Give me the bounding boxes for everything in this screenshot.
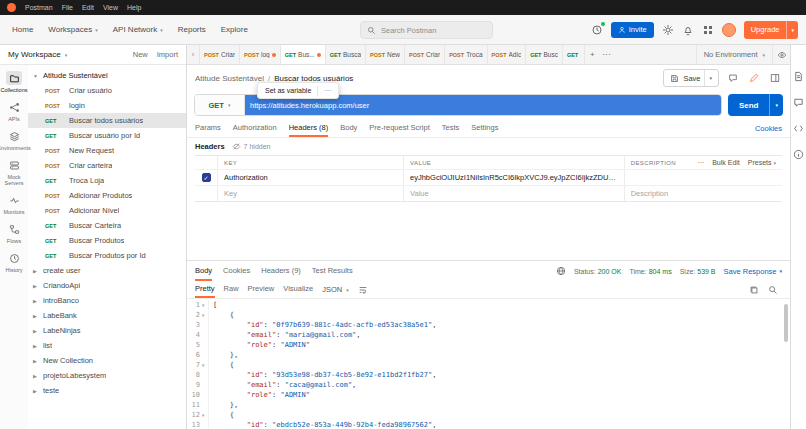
network-icon[interactable] xyxy=(556,266,566,276)
edit-pencil-icon[interactable] xyxy=(747,71,761,85)
request-item-adicionar-produtos[interactable]: POSTAdicionar Produtos xyxy=(28,188,186,203)
view-tab-preview[interactable]: Preview xyxy=(248,281,275,298)
chevron-right-icon[interactable]: ▶ xyxy=(33,358,39,364)
view-tab-raw[interactable]: Raw xyxy=(224,281,239,298)
open-tab-get-busca[interactable]: GETBusca xyxy=(326,45,366,64)
menu-edit[interactable]: Edit xyxy=(82,4,94,11)
chevron-right-icon[interactable]: ▶ xyxy=(33,343,39,349)
response-tab-headers-9[interactable]: Headers (9) xyxy=(261,261,301,281)
request-tab-headers-8[interactable]: Headers (8) xyxy=(289,119,329,137)
nav-workspaces[interactable]: Workspaces▾ xyxy=(48,25,97,34)
open-tab-post-new[interactable]: POSTNew xyxy=(366,45,405,64)
response-json-code[interactable]: [ { "id": "0f97b639-881c-4adc-acfb-ed53a… xyxy=(209,300,790,429)
global-search-input[interactable]: Search Postman xyxy=(360,21,493,39)
chevron-right-icon[interactable]: ▶ xyxy=(33,313,39,319)
collection-create-user[interactable]: ▶create user xyxy=(28,263,186,278)
search-body-icon[interactable] xyxy=(768,285,778,295)
menu-view[interactable]: View xyxy=(103,4,118,11)
wrap-lines-icon[interactable] xyxy=(358,281,368,298)
new-tab-button[interactable]: + xyxy=(585,45,599,64)
open-tab-get-busc[interactable]: GETBusc xyxy=(526,45,563,64)
menu-help[interactable]: Help xyxy=(127,4,141,11)
value-placeholder-cell[interactable]: Value xyxy=(403,186,624,201)
request-item-buscar-produtos-por-id[interactable]: GETBuscar Produtos por Id xyxy=(28,248,186,263)
line-numbers-gutter[interactable]: 1▼2▼34567▼89101112▼13 xyxy=(187,300,209,429)
collection-list[interactable]: ▶list xyxy=(28,338,186,353)
notifications-bell-icon[interactable] xyxy=(682,24,694,36)
save-response-button[interactable]: Save Response▾ xyxy=(724,267,782,276)
description-placeholder-cell[interactable]: Description xyxy=(624,186,782,201)
chevron-right-icon[interactable]: ▶ xyxy=(33,268,39,274)
comment-icon[interactable] xyxy=(726,71,740,85)
green-status-icon[interactable] xyxy=(591,24,603,36)
apps-grid-icon[interactable] xyxy=(702,24,714,36)
chevron-down-icon[interactable]: ▼ xyxy=(33,73,39,79)
code-snippet-icon[interactable] xyxy=(793,123,804,134)
collection-criandoapi[interactable]: ▶CriandoApi xyxy=(28,278,186,293)
user-avatar[interactable] xyxy=(722,23,736,37)
request-item-login[interactable]: POSTlogin xyxy=(28,98,186,113)
key-placeholder-cell[interactable]: Key xyxy=(217,186,403,201)
nav-home[interactable]: Home xyxy=(12,25,33,34)
settings-gear-icon[interactable] xyxy=(662,24,674,36)
nav-explore[interactable]: Explore xyxy=(221,25,248,34)
request-item-troca-loja[interactable]: GETTroca Loja xyxy=(28,173,186,188)
bulk-edit-button[interactable]: Bulk Edit xyxy=(712,159,740,166)
hidden-headers-toggle[interactable]: 7 hidden xyxy=(232,142,271,151)
collection-labebank[interactable]: ▶LabeBank xyxy=(28,308,186,323)
response-tab-test-results[interactable]: Test Results xyxy=(312,261,353,281)
rail-history[interactable]: History xyxy=(0,248,28,277)
upgrade-chevron-icon[interactable]: ▾ xyxy=(786,21,798,39)
request-item-buscar-produtos[interactable]: GETBuscar Produtos xyxy=(28,233,186,248)
send-options-chevron-icon[interactable]: ▾ xyxy=(769,94,783,116)
collection-labeninjas[interactable]: ▶LabeNinjas xyxy=(28,323,186,338)
set-as-variable-button[interactable]: Set as variable xyxy=(265,87,311,94)
save-button[interactable]: Save ▾ xyxy=(663,69,719,87)
header-value-cell[interactable]: eyJhbGciOiJIUzI1NiIsInR5cCI6IkpXVCJ9.eyJ… xyxy=(403,170,624,185)
save-options-chevron-icon[interactable]: ▾ xyxy=(704,70,712,86)
environment-quick-look[interactable] xyxy=(772,45,790,64)
collection-projetolabesystem[interactable]: ▶projetoLabesystem xyxy=(28,368,186,383)
collection-new-collection[interactable]: ▶New Collection xyxy=(28,353,186,368)
upgrade-button[interactable]: Upgrade ▾ xyxy=(744,21,798,39)
request-item-adicionar-n-vel[interactable]: POSTAdicionar Nível xyxy=(28,203,186,218)
collection-atitude-sustentavel[interactable]: ▼ Atitude Sustentável xyxy=(28,68,186,83)
popover-more-icon[interactable]: ⋯ xyxy=(324,87,331,95)
header-description-cell[interactable] xyxy=(624,170,782,185)
comments-icon[interactable] xyxy=(793,97,804,108)
invite-button[interactable]: Invite xyxy=(611,22,654,38)
send-button[interactable]: Send ▾ xyxy=(728,94,783,116)
nav-api-network[interactable]: API Network▾ xyxy=(113,25,163,34)
documentation-icon[interactable] xyxy=(793,71,804,82)
request-tab-pre-request-script[interactable]: Pre-request Script xyxy=(369,119,429,137)
request-item-buscar-usu-rio-por-id[interactable]: GETBuscar usuário por Id xyxy=(28,128,186,143)
request-item-new-request[interactable]: POSTNew Request xyxy=(28,143,186,158)
cookies-link[interactable]: Cookies xyxy=(755,119,782,137)
open-tab-post-log[interactable]: POSTlog xyxy=(240,45,281,64)
new-button[interactable]: New xyxy=(133,50,148,59)
row-checkbox[interactable]: ✓ xyxy=(202,173,211,182)
collection-teste[interactable]: ▶teste xyxy=(28,383,186,398)
rail-flows[interactable]: Flows xyxy=(0,219,28,248)
request-tab-params[interactable]: Params xyxy=(195,119,221,137)
request-item-criar-usu-rio[interactable]: POSTCriar usuário xyxy=(28,83,186,98)
method-select[interactable]: GET ▾ xyxy=(195,95,245,115)
open-tab-post-adic[interactable]: POSTAdic xyxy=(488,45,527,64)
workspace-name[interactable]: My Workspace xyxy=(8,50,61,59)
response-scrollbar[interactable] xyxy=(784,304,788,342)
rail-collections[interactable]: Collections xyxy=(0,68,28,97)
breadcrumb-collection[interactable]: Atitude Sustentável xyxy=(195,74,264,83)
layout-columns-icon[interactable] xyxy=(768,71,782,85)
environment-selector[interactable]: No Environment ▾ xyxy=(696,45,772,64)
request-tab-body[interactable]: Body xyxy=(340,119,357,137)
import-button[interactable]: Import xyxy=(157,50,178,59)
header-key-cell[interactable]: Authorization xyxy=(217,170,403,185)
tab-scroll-left-icon[interactable]: ‹ xyxy=(187,45,200,64)
request-item-buscar-carteira[interactable]: GETBuscar Carteira xyxy=(28,218,186,233)
chevron-right-icon[interactable]: ▶ xyxy=(33,328,39,334)
rail-monitors[interactable]: Monitors xyxy=(0,190,28,219)
view-tab-pretty[interactable]: Pretty xyxy=(195,281,215,298)
request-item-buscar-todos-usu-rios[interactable]: GETBuscar todos usuários xyxy=(28,113,186,128)
table-more-icon[interactable]: ⋯ xyxy=(697,159,704,167)
open-tab-post-criar[interactable]: POSTCriar xyxy=(200,45,240,64)
